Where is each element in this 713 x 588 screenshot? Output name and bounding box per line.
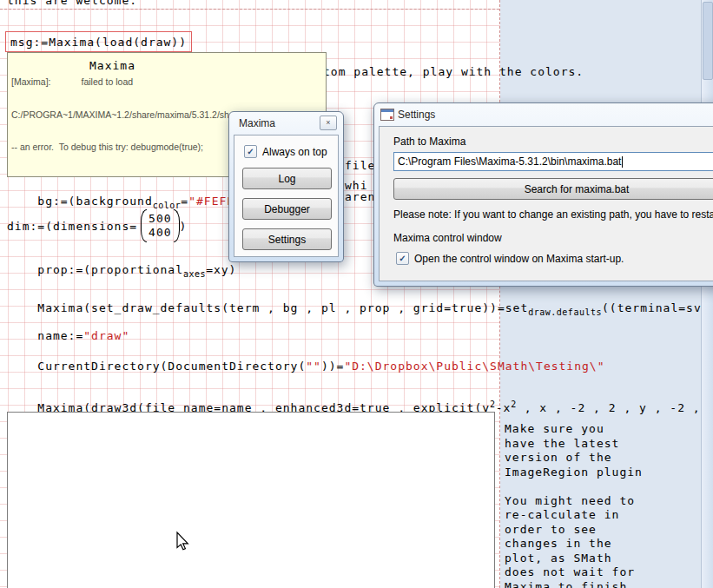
expr-prop-head: prop:=(proportional: [37, 263, 183, 276]
expr-curdir-mid: ))=: [321, 360, 344, 373]
search-for-maxima-button[interactable]: Search for maxima.bat: [393, 178, 713, 200]
text-fragment-file[interactable]: file: [345, 159, 375, 172]
text-caret: [622, 156, 623, 168]
expr-setdef-subscript: draw.defaults: [528, 307, 602, 317]
text-fragment-aren[interactable]: aren: [345, 190, 375, 203]
tooltip-line-1: [Maxima]: failed to load: [11, 76, 322, 88]
expr-prop-subscript: axes: [183, 269, 206, 279]
plot-image-region[interactable]: [7, 412, 495, 588]
vertical-scrollbar[interactable]: [701, 0, 713, 588]
expr-msg[interactable]: msg:=Maxima(load(draw)): [5, 31, 192, 52]
maxima-path-input[interactable]: C:\Program Files\Maxima-5.31.2\bin\maxim…: [393, 152, 713, 171]
settings-window-title: Settings: [398, 109, 435, 121]
expr-draw3d-p2: -x: [496, 401, 512, 414]
settings-window-icon: [380, 109, 394, 121]
always-on-top-label: Always on top: [262, 146, 327, 158]
always-on-top-checkbox[interactable]: ✓: [244, 145, 257, 158]
maxima-path-value: C:\Program Files\Maxima-5.31.2\bin\maxim…: [398, 155, 621, 168]
expr-msg-text: msg:=Maxima(load(draw)): [10, 36, 187, 49]
smath-workspace: this are welcome. msg:=Maxima(load(draw)…: [0, 0, 713, 588]
settings-window-titlebar[interactable]: Settings: [374, 103, 713, 125]
page-margin-line: [0, 9, 499, 10]
mouse-cursor-icon: [172, 531, 193, 552]
maxima-window-body: ✓ Always on top Log Debugger Settings: [234, 135, 339, 257]
expr-prop-tail: =xy): [206, 263, 236, 276]
expr-set-draw-defaults[interactable]: Maxima(set_draw_defaults(term , bg , pl …: [7, 288, 713, 332]
left-paren-icon: [141, 209, 147, 242]
expr-curdir-head: CurrentDirectory(DocumentDirectory(: [37, 360, 306, 373]
close-button[interactable]: ×: [320, 116, 337, 130]
open-on-startup-row: ✓ Open the control window on Maxima star…: [396, 252, 703, 265]
maxima-control-window: Maxima × ✓ Always on top Log Debugger Se…: [228, 111, 344, 262]
expr-curdir-arg: "": [306, 360, 321, 373]
maxima-window-title: Maxima: [239, 117, 275, 129]
expr-dim-head: dim:=(dimensions=: [7, 220, 137, 233]
expr-bg-eq: =: [181, 195, 188, 208]
text-region-palette-note[interactable]: tom palette, play with the colors.: [323, 65, 584, 78]
expr-prop[interactable]: prop:=(proportionalaxes=xy): [7, 250, 236, 294]
log-button[interactable]: Log: [242, 168, 332, 189]
expr-current-directory[interactable]: CurrentDirectory(DocumentDirectory(""))=…: [7, 347, 605, 386]
restart-note-label: Please note: If you want to change an ex…: [393, 208, 703, 221]
expr-setdef-head: Maxima(set_draw_defaults(term , bg , pl …: [37, 301, 528, 314]
settings-button[interactable]: Settings: [242, 228, 332, 250]
right-paren-icon: [174, 209, 180, 242]
settings-window-body: Path to Maxima C:\Program Files\Maxima-5…: [379, 126, 713, 281]
text-region-notes[interactable]: Make sure you have the latest version of…: [505, 422, 643, 588]
expr-dim-close: ): [180, 220, 188, 233]
expr-fragment-maxima[interactable]: Maxima: [89, 59, 135, 72]
open-on-startup-label: Open the control window on Maxima start-…: [414, 253, 624, 265]
expr-draw3d-p3: , x , -2 , 2 , y , -2 , 2)))=draw3d((fil…: [517, 401, 713, 414]
expr-dim[interactable]: dim:=(dimensions= 500 400 ): [7, 208, 187, 243]
settings-window: Settings Path to Maxima C:\Program Files…: [373, 102, 713, 287]
maxima-control-window-label: Maxima control window: [393, 232, 703, 244]
expr-bg-head: bg:=(background: [37, 195, 152, 208]
dim-height: 400: [149, 226, 171, 240]
expr-setdef-tail: ((terminal=svg) , (backgroun: [602, 301, 713, 314]
always-on-top-row: ✓ Always on top: [244, 145, 330, 158]
dim-width: 500: [149, 212, 171, 226]
open-on-startup-checkbox[interactable]: ✓: [396, 252, 409, 265]
expr-curdir-value: "D:\Dropbox\Public\SMath\Testing\": [344, 360, 604, 373]
scrollbar-thumb[interactable]: [703, 2, 713, 80]
dimensions-stack: 500 400: [149, 212, 171, 240]
path-to-maxima-label: Path to Maxima: [393, 135, 703, 148]
debugger-button[interactable]: Debugger: [242, 198, 332, 220]
text-region-welcome[interactable]: this are welcome.: [7, 0, 137, 7]
maxima-window-titlebar[interactable]: Maxima ×: [229, 112, 343, 134]
